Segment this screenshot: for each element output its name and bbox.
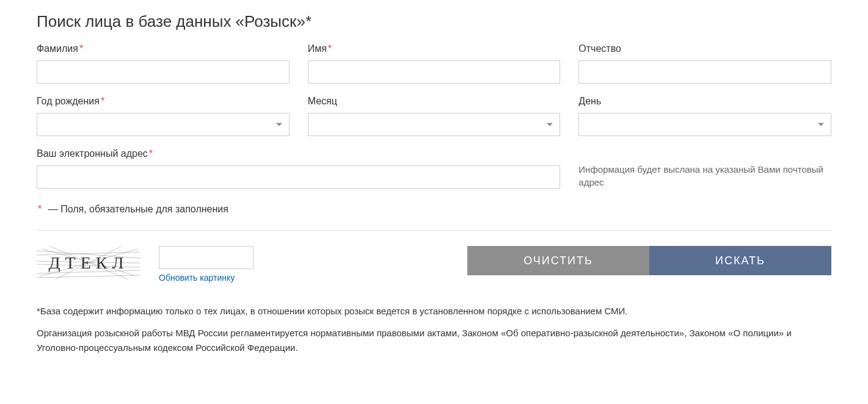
page-title: Поиск лица в базе данных «Розыск»* (37, 12, 831, 31)
firstname-input[interactable] (308, 60, 561, 84)
email-input[interactable] (37, 165, 560, 189)
email-info-text: Информация будет выслана на указаный Вам… (578, 160, 831, 189)
patronymic-input[interactable] (578, 60, 831, 84)
birth-day-select[interactable] (578, 113, 831, 136)
refresh-captcha-link[interactable]: Обновить картинку (159, 273, 253, 283)
divider (37, 230, 831, 231)
birth-month-select[interactable] (308, 113, 561, 136)
required-legend: * — Поля, обязательные для заполнения (37, 204, 831, 215)
required-star: * (328, 43, 332, 54)
required-star: * (149, 148, 153, 159)
birth-year-label: Год рождения* (37, 96, 290, 107)
footnote-2: Организация розыскной работы МВД России … (37, 326, 831, 355)
captcha-letters: ДТЕКЛ (49, 253, 129, 273)
lastname-input[interactable] (37, 60, 290, 84)
birth-day-label: День (578, 96, 831, 107)
required-star: * (101, 96, 104, 106)
captcha-input[interactable] (159, 246, 253, 269)
footnote-1: *База содержит информацию только о тех л… (37, 304, 831, 319)
firstname-label: Имя* (308, 43, 561, 54)
email-label: Ваш электронный адрес* (37, 148, 560, 159)
lastname-label: Фамилия* (37, 43, 290, 54)
required-star: * (79, 43, 83, 54)
search-button[interactable]: ИСКАТЬ (649, 246, 831, 275)
birth-month-label: Месяц (308, 96, 561, 107)
birth-year-select[interactable] (37, 113, 290, 136)
captcha-image: ДТЕКЛ (37, 246, 140, 280)
clear-button[interactable]: ОЧИСТИТЬ (467, 246, 649, 275)
svg-line-7 (37, 275, 140, 278)
patronymic-label: Отчество (578, 43, 831, 54)
